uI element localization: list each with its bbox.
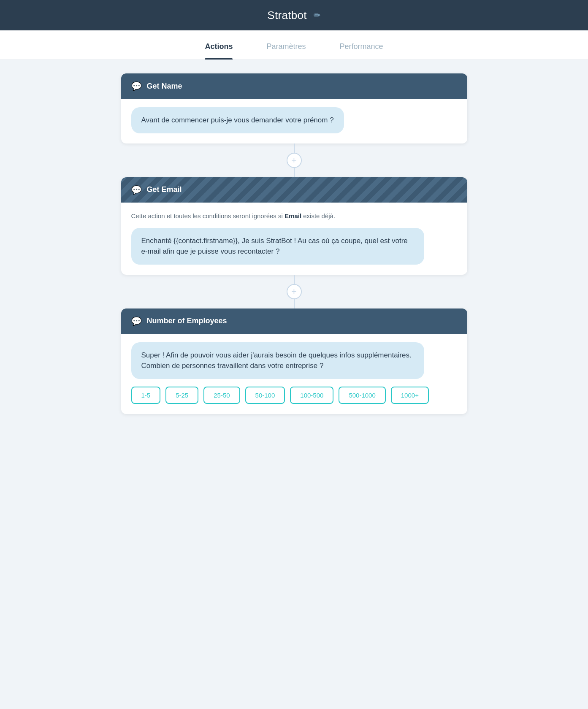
connector-1: + [287,143,302,177]
get-name-message: Avant de commencer puis-je vous demander… [131,107,344,133]
choice-25-50[interactable]: 25-50 [203,387,240,404]
app-title: Stratbot [267,9,306,22]
card-get-name: 💬 Get Name Avant de commencer puis-je vo… [121,73,467,143]
choice-500-1000[interactable]: 500-1000 [339,387,385,404]
choice-1-5[interactable]: 1-5 [131,387,161,404]
tab-actions[interactable]: Actions [205,30,233,60]
card-employees-header: 💬 Number of Employees [121,308,467,334]
chat-icon-2: 💬 [131,185,142,195]
add-action-button-1[interactable]: + [287,153,302,168]
card-get-email: 💬 Get Email Cette action et toutes les c… [121,177,467,275]
top-nav: Stratbot ✏ [0,0,588,30]
card-get-name-title: Get Name [147,82,182,91]
employees-choices: 1-5 5-25 25-50 50-100 100-500 500-1000 1… [131,387,457,404]
employees-message: Super ! Afin de pouvoir vous aider j'aur… [131,342,425,379]
card-get-email-header: 💬 Get Email [121,177,467,203]
choice-100-500[interactable]: 100-500 [290,387,333,404]
tab-performance[interactable]: Performance [340,30,383,60]
get-email-message: Enchanté {{contact.firstname}}, Je suis … [131,228,425,265]
card-employees-title: Number of Employees [147,317,227,325]
chat-icon: 💬 [131,81,142,91]
edit-title-icon[interactable]: ✏ [314,10,321,20]
connector-line-1b [294,168,295,177]
card-get-email-body: Cette action et toutes les conditions se… [121,203,467,275]
card-get-name-body: Avant de commencer puis-je vous demander… [121,99,467,143]
choice-50-100[interactable]: 50-100 [245,387,285,404]
card-get-email-title: Get Email [147,185,182,194]
card-employees-body: Super ! Afin de pouvoir vous aider j'aur… [121,334,467,414]
add-action-button-2[interactable]: + [287,284,302,299]
tabs-nav: Actions Paramètres Performance [0,30,588,60]
main-content: 💬 Get Name Avant de commencer puis-je vo… [0,60,588,428]
choice-5-25[interactable]: 5-25 [165,387,198,404]
choice-1000-plus[interactable]: 1000+ [391,387,429,404]
card-number-of-employees: 💬 Number of Employees Super ! Afin de po… [121,308,467,414]
connector-2: + [287,275,302,308]
connector-line-2b [294,299,295,308]
condition-bold: Email [285,212,301,219]
chat-icon-3: 💬 [131,316,142,326]
connector-line-1 [294,143,295,153]
get-email-condition: Cette action et toutes les conditions se… [131,211,457,221]
tab-parametres[interactable]: Paramètres [266,30,306,60]
card-get-name-header: 💬 Get Name [121,73,467,99]
connector-line-2 [294,275,295,284]
